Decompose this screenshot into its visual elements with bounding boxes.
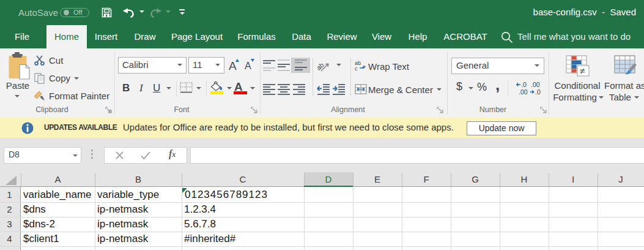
svg-text:≠: ≠ bbox=[580, 66, 585, 76]
svg-text:.00: .00 bbox=[519, 88, 528, 96]
svg-text:.00: .00 bbox=[531, 81, 540, 88]
svg-text:c: c bbox=[355, 66, 358, 71]
svg-text:.0: .0 bbox=[521, 81, 527, 88]
svg-text:.0: .0 bbox=[535, 88, 541, 96]
svg-text:ab: ab bbox=[317, 61, 325, 72]
